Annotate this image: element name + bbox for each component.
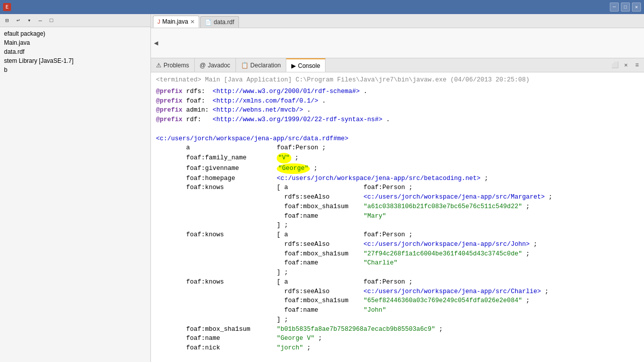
- tab-console[interactable]: ▶ Console: [286, 58, 326, 72]
- sidebar-btn-4[interactable]: —: [35, 16, 45, 26]
- rdf-icon: 📄: [205, 19, 212, 26]
- console-line-6: a foaf:Person ;: [156, 143, 639, 153]
- sidebar-content: efault package) Main.java data.rdf stem …: [0, 27, 150, 362]
- editor-tab-main-java[interactable]: J Main.java ✕: [153, 16, 199, 28]
- console-line-23: foaf:name "John": [156, 306, 639, 315]
- console-line-2: @prefix admin: <http://webns.net/mvcb/> …: [156, 106, 639, 115]
- sidebar-btn-5[interactable]: □: [46, 16, 56, 26]
- console-line-10: foaf:knows [ a foaf:Person ;: [156, 183, 639, 193]
- console-line-7: foaf:family_name "V" ;: [156, 153, 639, 163]
- console-output: <terminated> Main [Java Application] C:\…: [151, 72, 644, 362]
- tab-problems[interactable]: ⚠ Problems: [151, 58, 195, 72]
- tab-javadoc[interactable]: @ Javadoc: [195, 58, 236, 72]
- console-line-26: foaf:name "George V" ;: [156, 334, 639, 343]
- title-bar: E ─ □ ✕: [0, 0, 644, 14]
- console-line-1: @prefix foaf: <http://xmlns.com/foaf/0.1…: [156, 97, 639, 106]
- tab-declaration[interactable]: 📋 Declaration: [236, 58, 287, 72]
- console-line-17: foaf:mbox_sha1sum "27f94c268f1a1c6004be3…: [156, 249, 639, 259]
- console-line-11: rdfs:seeAlso <c:/users/jorch/workspace/j…: [156, 193, 639, 202]
- java-icon: J: [157, 19, 160, 25]
- sidebar-item-main-java[interactable]: Main.java: [0, 38, 150, 47]
- panel-btn-more[interactable]: ≡: [632, 60, 642, 70]
- console-line-3: @prefix rdf: <http://www.w3.org/1999/02/…: [156, 115, 639, 125]
- sidebar-item-data-rdf[interactable]: data.rdf: [0, 47, 150, 56]
- app-icon: E: [3, 3, 11, 11]
- sidebar-btn-3[interactable]: ▾: [24, 16, 34, 26]
- console-line-5: <c:/users/jorch/workspace/jena-app/src/d…: [156, 134, 639, 144]
- sidebar-toolbar: ⊟ ↩ ▾ — □: [0, 14, 150, 27]
- javadoc-icon: @: [200, 62, 206, 69]
- console-line-16: rdfs:seeAlso <c:/users/jorch/workspace/j…: [156, 240, 639, 249]
- declaration-icon: 📋: [241, 62, 249, 69]
- sidebar-item-default-package[interactable]: efault package): [0, 29, 150, 38]
- sidebar-btn-1[interactable]: ⊟: [2, 16, 12, 26]
- panel-btn-close[interactable]: ✕: [621, 60, 631, 70]
- right-panel: J Main.java ✕ 📄 data.rdf ◀ ⚠ Problems: [151, 14, 644, 362]
- close-btn[interactable]: ✕: [632, 3, 641, 12]
- console-line-0: @prefix rdfs: <http://www.w3.org/2000/01…: [156, 87, 639, 97]
- tab-close-main-java[interactable]: ✕: [190, 19, 195, 25]
- scroll-left-btn[interactable]: ◀: [151, 37, 161, 49]
- panel-tabs: ⚠ Problems @ Javadoc 📋 Declaration ▶ Con…: [151, 58, 644, 72]
- console-line-13: foaf:name "Mary": [156, 212, 639, 221]
- console-line-19: ] ;: [156, 268, 639, 278]
- console-line-4: [156, 125, 639, 134]
- minimize-btn[interactable]: ─: [610, 3, 619, 12]
- console-line-25: foaf:mbox_sha1sum "b01b5835fa8ae7b758296…: [156, 325, 639, 334]
- sidebar-item-b[interactable]: b: [0, 65, 150, 74]
- editor-tabs: J Main.java ✕ 📄 data.rdf: [151, 14, 644, 28]
- panel-btn-minimize[interactable]: ⬜: [610, 60, 620, 70]
- bottom-panel: ⚠ Problems @ Javadoc 📋 Declaration ▶ Con…: [151, 58, 644, 362]
- problems-icon: ⚠: [156, 62, 162, 69]
- console-line-15: foaf:knows [ a foaf:Person ;: [156, 230, 639, 240]
- console-line-27: foaf:nick "jorch" ;: [156, 343, 639, 353]
- terminated-line: <terminated> Main [Java Application] C:\…: [156, 75, 639, 85]
- console-line-22: foaf:mbox_sha1sum "65ef82446360a03c769e2…: [156, 296, 639, 306]
- sidebar: ⊟ ↩ ▾ — □ efault package) Main.java data…: [0, 14, 151, 362]
- editor-scroll-area: ◀: [151, 28, 644, 58]
- sidebar-btn-2[interactable]: ↩: [13, 16, 23, 26]
- console-line-20: foaf:knows [ a foaf:Person ;: [156, 278, 639, 287]
- console-icon: ▶: [291, 62, 296, 69]
- window-controls: ─ □ ✕: [610, 3, 641, 12]
- panel-controls: ⬜ ✕ ≡: [610, 60, 644, 70]
- maximize-btn[interactable]: □: [621, 3, 630, 12]
- console-line-12: foaf:mbox_sha1sum "a61c03838106b21fc083e…: [156, 202, 639, 212]
- console-line-9: foaf:homepage <c:/users/jorch/workspace/…: [156, 174, 639, 184]
- editor-tab-data-rdf[interactable]: 📄 data.rdf: [200, 16, 239, 28]
- console-line-21: rdfs:seeAlso <c:/users/jorch/workspace/j…: [156, 287, 639, 297]
- main-layout: ⊟ ↩ ▾ — □ efault package) Main.java data…: [0, 14, 644, 362]
- console-line-14: ] ;: [156, 221, 639, 230]
- sidebar-item-system-library[interactable]: stem Library [JavaSE-1.7]: [0, 56, 150, 65]
- console-line-24: ] ;: [156, 315, 639, 325]
- console-line-8: foaf:givenname "George" ;: [156, 163, 639, 174]
- console-line-18: foaf:name "Charlie": [156, 258, 639, 268]
